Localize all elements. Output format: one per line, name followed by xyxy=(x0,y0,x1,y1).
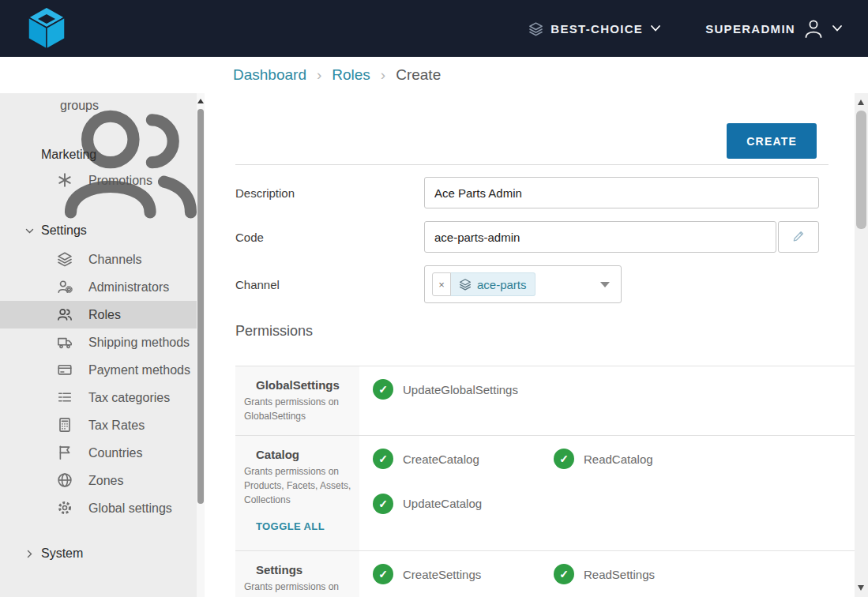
breadcrumb-dashboard[interactable]: Dashboard xyxy=(233,66,306,84)
check-icon: ✓ xyxy=(373,494,393,514)
sidebar-item-label: Tax Rates xyxy=(88,419,145,432)
sidebar-item-tax-categories[interactable]: Tax categories xyxy=(0,384,205,411)
sidebar-item-payment-methods[interactable]: Payment methods xyxy=(0,356,205,384)
sidebar-section-system[interactable]: System xyxy=(0,546,205,561)
permissions-title: Permissions xyxy=(235,323,829,340)
remove-channel-button[interactable]: × xyxy=(432,272,451,296)
app-logo-icon[interactable] xyxy=(24,4,74,53)
sidebar-item-label: Shipping methods xyxy=(88,336,190,349)
code-row: Code xyxy=(235,221,819,253)
permission-group-name: GlobalSettings xyxy=(256,378,353,392)
globe-icon xyxy=(57,472,73,488)
breadcrumb-current: Create xyxy=(396,66,441,84)
channel-select[interactable]: × ace-parts xyxy=(424,265,622,303)
channel-chip: × ace-parts xyxy=(432,272,535,296)
flag-icon xyxy=(57,445,73,460)
permission-group-description: Grants permissions on GlobalSettings xyxy=(244,395,353,423)
sidebar-scrollbar-thumb[interactable] xyxy=(197,109,204,504)
channel-selector[interactable]: BEST-CHOICE xyxy=(528,21,661,36)
permission-group-header: GlobalSettings Grants permissions on Glo… xyxy=(235,366,359,435)
sidebar-item-zones[interactable]: Zones xyxy=(0,467,205,494)
topbar: BEST-CHOICE SUPERADMIN xyxy=(0,0,868,57)
channel-chip-label: ace-parts xyxy=(477,278,527,291)
pencil-icon xyxy=(791,229,806,246)
user-menu-label: SUPERADMIN xyxy=(705,22,795,36)
permission-group-name: Catalog xyxy=(256,448,353,461)
check-icon: ✓ xyxy=(373,564,393,584)
sidebar-item-countries[interactable]: Countries xyxy=(0,439,205,467)
permission-toggle-createcatalog[interactable]: ✓ CreateCatalog xyxy=(373,449,554,469)
main-scrollbar-thumb[interactable] xyxy=(856,111,866,229)
permission-toggle-createsettings[interactable]: ✓ CreateSettings xyxy=(373,564,554,584)
permission-group-header: Catalog Grants permissions on Products, … xyxy=(235,436,359,550)
breadcrumb-separator: › xyxy=(381,66,385,84)
create-button[interactable]: CREATE xyxy=(727,123,817,159)
sidebar-item-label: Global settings xyxy=(88,501,172,515)
description-row: Description xyxy=(235,177,819,208)
chevron-down-icon xyxy=(24,226,35,236)
calculator-icon xyxy=(57,417,73,433)
check-icon: ✓ xyxy=(554,564,574,584)
credit-card-icon xyxy=(57,362,73,377)
check-icon: ✓ xyxy=(554,449,574,469)
sidebar-item-label: Countries xyxy=(88,446,142,460)
main-content: CREATE Description Code xyxy=(205,93,868,597)
administrator-icon xyxy=(57,279,73,295)
code-input[interactable] xyxy=(424,221,776,253)
user-icon xyxy=(802,17,825,39)
sidebar-item-label: Tax categories xyxy=(88,391,170,404)
sidebar-item-global-settings[interactable]: Global settings xyxy=(0,494,205,522)
layers-icon xyxy=(57,251,73,267)
permission-toggle-readcatalog[interactable]: ✓ ReadCatalog xyxy=(554,449,735,469)
chevron-down-icon xyxy=(650,24,661,32)
permission-toggle-readsettings[interactable]: ✓ ReadSettings xyxy=(554,564,735,584)
permission-group-description: Grants permissions on Products, Facets, … xyxy=(244,464,353,507)
description-label: Description xyxy=(235,186,424,200)
permission-group-name: Settings xyxy=(256,563,353,576)
channel-label: Channel xyxy=(235,278,424,291)
channel-selector-label: BEST-CHOICE xyxy=(550,22,643,36)
scroll-up-arrow-icon[interactable] xyxy=(197,99,204,103)
edit-code-button[interactable] xyxy=(778,221,819,253)
truck-icon xyxy=(57,334,73,350)
chevron-down-icon xyxy=(600,282,610,287)
description-input[interactable] xyxy=(424,177,819,208)
permission-toggle-updatecatalog[interactable]: ✓ UpdateCatalog xyxy=(373,494,554,514)
layers-icon xyxy=(459,278,472,291)
sidebar-item-label: Administrators xyxy=(88,280,169,294)
sidebar-item-label: Promotions xyxy=(88,174,152,187)
layers-icon xyxy=(528,21,543,36)
sidebar: groups Marketing Promotions Settings Cha… xyxy=(0,93,205,597)
sidebar-item-channels[interactable]: Channels xyxy=(0,246,205,273)
breadcrumb-separator: › xyxy=(317,66,321,84)
sidebar-section-label: System xyxy=(41,546,83,560)
check-icon: ✓ xyxy=(373,379,393,400)
permissions-table: GlobalSettings Grants permissions on Glo… xyxy=(235,366,855,597)
sidebar-item-label: Channels xyxy=(88,253,142,266)
sidebar-item-label: Zones xyxy=(88,474,123,487)
check-icon: ✓ xyxy=(373,449,393,469)
gear-icon xyxy=(57,500,73,516)
toggle-all-link[interactable]: TOGGLE ALL xyxy=(256,520,353,532)
main-scrollbar[interactable] xyxy=(855,93,868,597)
breadcrumb: Dashboard › Roles › Create xyxy=(0,57,868,93)
scroll-down-arrow-icon[interactable] xyxy=(858,585,864,591)
sidebar-scrollbar[interactable] xyxy=(197,93,205,597)
permission-toggle-updateglobalsettings[interactable]: ✓ UpdateGlobalSettings xyxy=(373,379,554,400)
permission-group-description: Grants permissions on xyxy=(244,580,353,594)
sidebar-item-tax-rates[interactable]: Tax Rates xyxy=(0,411,205,439)
scroll-up-arrow-icon[interactable] xyxy=(858,100,864,105)
sidebar-item-shipping-methods[interactable]: Shipping methods xyxy=(0,329,205,356)
sidebar-item-label: Roles xyxy=(88,308,121,321)
sidebar-section-label: Settings xyxy=(41,223,87,237)
sidebar-section-settings[interactable]: Settings xyxy=(0,223,205,238)
user-menu[interactable]: SUPERADMIN xyxy=(705,17,843,39)
sidebar-item-promotions[interactable]: Promotions xyxy=(0,167,205,194)
sidebar-item-administrators[interactable]: Administrators xyxy=(0,273,205,301)
sidebar-item-roles[interactable]: Roles xyxy=(0,301,205,329)
breadcrumb-roles[interactable]: Roles xyxy=(332,66,370,84)
permission-row-globalsettings: GlobalSettings Grants permissions on Glo… xyxy=(235,366,855,436)
users-icon xyxy=(57,306,73,322)
sidebar-item-customer-groups[interactable]: groups xyxy=(0,93,205,115)
sidebar-item-label: groups xyxy=(60,99,99,113)
